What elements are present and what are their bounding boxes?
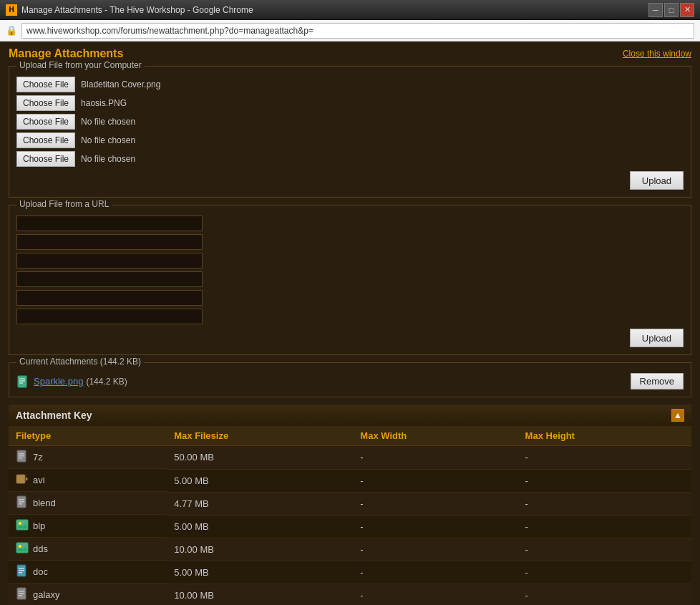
choose-file-button-3[interactable]: Choose File — [16, 132, 75, 148]
svg-rect-13 — [19, 503, 22, 505]
svg-rect-23 — [19, 591, 24, 592]
filetype-icon — [16, 450, 29, 465]
svg-rect-11 — [19, 499, 24, 500]
window-title: Manage Attachments - The Hive Workshop -… — [21, 5, 648, 15]
svg-rect-21 — [19, 572, 22, 573]
table-row: blp5.00 MB-- — [9, 515, 691, 538]
table-row: doc5.00 MB-- — [9, 561, 691, 584]
cell-filetype: doc — [9, 561, 167, 584]
app-icon: H — [6, 4, 17, 16]
file-rows: Choose FileBladetitan Cover.pngChoose Fi… — [16, 77, 684, 167]
file-name-4: No file chosen — [81, 154, 135, 164]
attachment-row: Sparkle.png(144.2 KB)Remove — [16, 373, 684, 389]
url-input-4[interactable] — [16, 290, 203, 306]
upload-url-upload-row: Upload — [16, 329, 684, 347]
file-row: Choose FileNo file chosen — [16, 114, 684, 130]
cell-max-filesize: 10.00 MB — [167, 538, 353, 561]
svg-rect-2 — [19, 380, 25, 382]
choose-file-button-4[interactable]: Choose File — [16, 151, 75, 167]
choose-file-button-2[interactable]: Choose File — [16, 114, 75, 130]
title-bar: H Manage Attachments - The Hive Workshop… — [0, 0, 700, 20]
svg-rect-19 — [19, 568, 24, 569]
file-row: Choose FileNo file chosen — [16, 132, 684, 148]
url-input-3[interactable] — [16, 271, 203, 287]
cell-max-width: - — [353, 561, 517, 584]
cell-max-width: - — [353, 584, 517, 605]
maximize-button[interactable]: □ — [664, 3, 679, 17]
choose-file-button-1[interactable]: Choose File — [16, 95, 75, 111]
upload-url-legend: Upload File from a URL — [16, 199, 112, 209]
cell-max-height: - — [518, 446, 691, 470]
page-icon: 🔒 — [6, 25, 17, 37]
filetype-name: galaxy — [33, 589, 60, 600]
file-name-0: Bladetitan Cover.png — [81, 79, 160, 89]
page-header: Manage Attachments Close this window — [9, 47, 691, 60]
filetype-name: 7z — [33, 452, 43, 463]
url-input-5[interactable] — [16, 309, 203, 324]
upload-computer-legend: Upload File from your Computer — [16, 60, 145, 70]
cell-max-filesize: 10.00 MB — [167, 584, 353, 605]
current-attachments-inner: Sparkle.png(144.2 KB)Remove — [9, 363, 691, 397]
svg-rect-5 — [19, 453, 24, 455]
filetype-name: doc — [33, 566, 48, 577]
svg-marker-9 — [26, 477, 28, 481]
attachment-key-header: Attachment Key ▲ — [9, 405, 691, 426]
attachment-file-icon — [16, 375, 29, 388]
svg-rect-25 — [19, 595, 22, 596]
table-header-row: Filetype Max Filesize Max Width Max Heig… — [9, 426, 691, 446]
upload-url-button[interactable]: Upload — [630, 329, 684, 347]
cell-max-height: - — [518, 469, 691, 492]
cell-max-height: - — [518, 538, 691, 561]
cell-max-width: - — [353, 538, 517, 561]
svg-point-17 — [19, 545, 21, 548]
filetype-icon — [16, 518, 29, 533]
file-name-2: No file chosen — [81, 117, 135, 127]
cell-max-height: - — [518, 492, 691, 515]
table-row: galaxy10.00 MB-- — [9, 584, 691, 605]
url-input-0[interactable] — [16, 216, 203, 231]
address-bar: 🔒 — [0, 20, 700, 42]
svg-rect-6 — [19, 455, 24, 457]
file-row: Choose Filehaosis.PNG — [16, 95, 684, 111]
attachment-key-section: Attachment Key ▲ Filetype Max Filesize M… — [9, 405, 691, 605]
filetype-icon — [16, 564, 29, 579]
cell-filetype: galaxy — [9, 584, 167, 605]
svg-rect-20 — [19, 570, 24, 571]
cell-filetype: 7z — [9, 446, 167, 469]
cell-filetype: blp — [9, 515, 167, 538]
filetype-icon — [16, 587, 29, 602]
upload-computer-button[interactable]: Upload — [630, 171, 684, 190]
attachment-rows: Sparkle.png(144.2 KB)Remove — [16, 373, 684, 389]
svg-rect-1 — [19, 378, 25, 379]
col-max-width: Max Width — [353, 426, 517, 446]
current-attachments-section: Current Attachments (144.2 KB) Sparkle.p… — [9, 362, 691, 397]
cell-max-height: - — [518, 515, 691, 538]
svg-rect-8 — [16, 475, 25, 483]
minimize-button[interactable]: ─ — [648, 3, 663, 17]
file-name-1: haosis.PNG — [81, 98, 127, 108]
url-input-2[interactable] — [16, 253, 203, 268]
attachment-key-title: Attachment Key — [16, 410, 92, 421]
current-attachments-legend: Current Attachments (144.2 KB) — [16, 357, 144, 367]
col-max-filesize: Max Filesize — [167, 426, 353, 446]
upload-computer-section: Upload File from your Computer Choose Fi… — [9, 66, 691, 198]
svg-rect-24 — [19, 593, 24, 594]
col-max-height: Max Height — [518, 426, 691, 446]
attachment-key-toggle[interactable]: ▲ — [671, 409, 684, 422]
choose-file-button-0[interactable]: Choose File — [16, 77, 75, 92]
svg-rect-7 — [19, 458, 22, 459]
upload-url-section: Upload File from a URL Upload — [9, 205, 691, 355]
url-input-1[interactable] — [16, 234, 203, 250]
remove-attachment-button[interactable]: Remove — [631, 373, 684, 389]
svg-rect-3 — [19, 382, 23, 384]
window-close-button[interactable]: ✕ — [680, 3, 694, 17]
close-window-link[interactable]: Close this window — [623, 49, 691, 59]
url-inputs — [16, 216, 684, 324]
filetype-name: blend — [33, 498, 56, 508]
table-row: avi5.00 MB-- — [9, 469, 691, 492]
attachment-link[interactable]: Sparkle.png — [34, 376, 83, 387]
filetype-name: dds — [33, 543, 48, 554]
upload-url-inner: Upload — [9, 205, 691, 354]
address-input[interactable] — [21, 23, 694, 39]
page-content: Manage Attachments Close this window Upl… — [0, 42, 700, 605]
